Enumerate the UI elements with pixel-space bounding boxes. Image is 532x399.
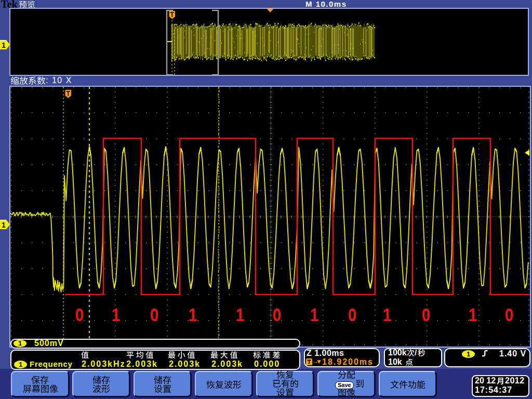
svg-text:1: 1 bbox=[310, 304, 318, 325]
svg-text:1: 1 bbox=[112, 304, 120, 325]
svg-text:0: 0 bbox=[348, 304, 356, 325]
svg-text:0: 0 bbox=[150, 304, 158, 325]
svg-text:1: 1 bbox=[2, 221, 6, 229]
svg-text:0: 0 bbox=[505, 304, 513, 325]
svg-text:1: 1 bbox=[189, 304, 197, 325]
svg-text:0: 0 bbox=[273, 304, 281, 325]
svg-text:1: 1 bbox=[469, 304, 477, 325]
svg-text:1: 1 bbox=[2, 41, 6, 49]
svg-text:1: 1 bbox=[236, 304, 244, 325]
svg-text:0: 0 bbox=[422, 304, 430, 325]
svg-text:1: 1 bbox=[383, 304, 391, 325]
svg-text:0: 0 bbox=[75, 304, 84, 325]
